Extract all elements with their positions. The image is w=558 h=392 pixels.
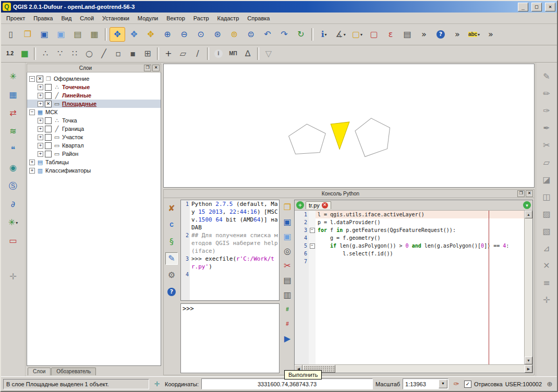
zoom-in-button[interactable]: ⊕ [160, 27, 175, 42]
comment-code-button[interactable]: # [282, 304, 293, 315]
layer-rayon[interactable]: +▭Район [27, 150, 161, 158]
draw-ink-pen-button[interactable]: ✒ [539, 121, 554, 135]
attribute-table-button[interactable]: ▤ [399, 27, 415, 42]
expander-icon[interactable]: + [29, 168, 35, 174]
console-output[interactable]: 1Python 2.7.5 (default, May 15 2013, 22:… [180, 200, 280, 301]
extents-icon[interactable]: ✛ [152, 379, 162, 389]
console-help-button[interactable]: ? [165, 286, 178, 298]
delete-sketch-button[interactable]: ✕ [539, 259, 554, 273]
scroll-up-icon[interactable]: ▲ [525, 211, 532, 218]
segment-tool-button[interactable]: ╱ [97, 47, 111, 60]
plugin-curves-button[interactable]: ∂ [6, 198, 20, 211]
tab-browser[interactable]: Обозреватель [51, 368, 96, 375]
crosshair-right-button[interactable]: ✛ [539, 293, 554, 307]
save-script-button[interactable]: ▣ [282, 216, 293, 228]
draw-pen-button[interactable]: ✏ [539, 87, 554, 101]
tab-layers[interactable]: Слои [28, 368, 51, 375]
clear-console-button[interactable]: ✘ [165, 202, 178, 215]
zoom-out-button[interactable]: ⊖ [176, 27, 192, 42]
deselect-features-button[interactable]: ▢ [366, 27, 382, 42]
layer-kvartal[interactable]: +▭Квартал [27, 141, 161, 150]
plugin-web-globe-button[interactable]: ◉ [6, 161, 20, 175]
expander-icon[interactable]: + [38, 101, 43, 107]
square-tool-2-button[interactable]: ▪ [126, 47, 140, 60]
coordinates-input[interactable] [201, 378, 373, 389]
scroll-down-icon[interactable]: ▼ [525, 357, 532, 364]
menu-settings[interactable]: Установки [98, 14, 134, 22]
layer-checkbox[interactable] [45, 126, 52, 132]
square-tool-1-button[interactable]: ▫ [112, 47, 125, 60]
import-class-button[interactable]: C [165, 219, 178, 231]
expander-icon[interactable]: + [38, 93, 43, 99]
toolbar-overflow-1-button[interactable]: » [416, 27, 432, 42]
snap-point-tool-button[interactable]: ∴ [39, 47, 52, 60]
expander-icon[interactable]: + [38, 134, 43, 140]
console-panel-float-icon[interactable]: ❐ [517, 190, 525, 197]
field-calculator-button[interactable]: ε [383, 27, 398, 42]
add-feature-button[interactable]: + [162, 47, 175, 60]
triangle-tool-button[interactable]: ⊿ [539, 242, 554, 255]
plugin-spatial-s-button[interactable]: Ⓢ [6, 179, 20, 193]
plugin-converter-button[interactable]: ⇄ [6, 106, 20, 120]
pan-to-selection-button[interactable]: ✥ [143, 27, 159, 42]
layer-group-klassifikatory[interactable]: +▥Классификаторы [27, 166, 161, 175]
layer-checkbox[interactable] [45, 151, 52, 157]
run-script-button[interactable]: ▶ [282, 333, 293, 345]
console-input[interactable]: >>> [180, 303, 280, 373]
layer-checkbox[interactable] [45, 84, 52, 91]
layers-panel-close-icon[interactable]: ✕ [152, 65, 160, 71]
layer-ploshchadnye[interactable]: +✕▭Площадные [27, 100, 161, 108]
diagonal-tool-button[interactable]: / [191, 47, 204, 60]
lines-tool-button[interactable]: ≡ [539, 276, 554, 290]
zoom-native-button[interactable]: ⊙ [193, 27, 209, 42]
toolbar-overflow-2-button[interactable]: » [450, 27, 465, 42]
expander-icon[interactable]: − [29, 109, 35, 115]
uncomment-code-button[interactable]: # [282, 318, 293, 330]
map-canvas[interactable] [163, 64, 535, 188]
show-editor-button[interactable]: ✎ [165, 252, 178, 265]
select-features-button[interactable]: ▢▾ [349, 27, 365, 42]
zoom-to-layer-button[interactable]: ⊜ [243, 27, 259, 42]
editor-vertical-scrollbar[interactable]: ▲ ▼ [524, 211, 532, 364]
touch-zoom-pan-button[interactable]: ✥ [110, 27, 125, 42]
save-project-as-button[interactable]: ▣ [53, 27, 69, 42]
node-tool-button[interactable]: ○ [82, 47, 96, 60]
help-contents-button[interactable]: ? [433, 27, 448, 42]
new-project-button[interactable]: ▯ [3, 27, 19, 42]
maximize-button[interactable]: □ [531, 3, 542, 11]
plugin-contour-button[interactable]: ≋ [6, 125, 20, 138]
pan-map-button[interactable]: ✥ [126, 27, 142, 42]
layer-checkbox[interactable] [45, 117, 52, 124]
menu-plugins[interactable]: Модули [134, 14, 162, 22]
zoom-next-button[interactable]: ↷ [276, 27, 292, 42]
cut-region-button[interactable]: ✂ [539, 139, 554, 152]
layer-checkbox[interactable] [45, 142, 52, 149]
layer-group-msk[interactable]: −▦МСК [27, 108, 161, 116]
offset-grid-tool-button[interactable]: ⊞ [141, 47, 154, 60]
labeling-button[interactable]: abc▾ [466, 27, 482, 42]
expander-icon[interactable]: + [38, 143, 43, 149]
expander-icon[interactable]: + [29, 160, 35, 165]
draw-nib-button[interactable]: ✑ [539, 104, 554, 118]
code-editor[interactable]: 1l = qgis.utils.iface.activeLayer()2p = … [295, 211, 524, 364]
zoom-full-button[interactable]: ⊛ [210, 27, 225, 42]
render-icon[interactable]: ✑ [451, 379, 462, 389]
plugin-topology-button[interactable]: ✳ [6, 70, 20, 83]
layer-lineynye[interactable]: +╱Линейные [27, 91, 161, 100]
shade-right-button[interactable]: ◫ [539, 190, 554, 204]
layers-panel-float-icon[interactable]: ❐ [144, 65, 151, 71]
editor-horizontal-scrollbar[interactable]: ◀ ▶ [295, 364, 532, 373]
fold-collapse-icon[interactable]: − [310, 228, 315, 233]
scale-combo[interactable]: 1:13963 ▼ [403, 378, 448, 389]
layer-checkbox[interactable]: ✕ [45, 101, 52, 107]
tab-list-dropdown-icon[interactable]: ▾ [523, 201, 531, 209]
layer-granitsa[interactable]: +╱Граница [27, 125, 161, 133]
snap-node-tool-button[interactable]: ∷ [68, 47, 81, 60]
plugin-remove-red-button[interactable]: ▭ [6, 234, 20, 248]
menu-edit[interactable]: Правка [29, 14, 57, 22]
import-api-button[interactable]: § [165, 236, 178, 248]
console-settings-button[interactable]: ⚙ [165, 269, 178, 281]
layer-tochka[interactable]: +∴Точка [27, 116, 161, 125]
expander-icon[interactable]: + [38, 84, 43, 90]
crosshair-left-button[interactable]: ✛ [6, 270, 20, 284]
